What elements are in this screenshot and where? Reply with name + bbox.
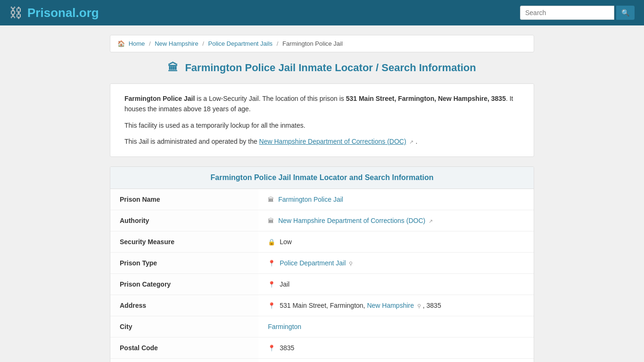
address-icon: 📍 xyxy=(268,302,275,309)
logo-area: ⛓ Prisonal.org xyxy=(9,5,99,21)
desc-admin-after: . xyxy=(415,138,417,145)
table-row: City Farmington xyxy=(110,316,534,337)
section-header: Farmington Police Jail Inmate Locator an… xyxy=(110,167,534,189)
value-prison-type: 📍 Police Department Jail ⚲ xyxy=(258,252,534,273)
content-wrapper: 🏠 Home / New Hampshire / Police Departme… xyxy=(110,25,534,362)
label-prison-category: Prison Category xyxy=(110,273,258,295)
ext-link-icon-authority: ↗ xyxy=(429,218,433,224)
label-security: Security Measure xyxy=(110,231,258,252)
breadcrumb-current: Farmington Police Jail xyxy=(282,40,343,47)
label-prison-type: Prison Type xyxy=(110,252,258,273)
breadcrumb: 🏠 Home / New Hampshire / Police Departme… xyxy=(110,35,534,52)
prison-name-icon: 🏛 xyxy=(268,196,274,203)
authority-link[interactable]: New Hampshire Department of Corrections … xyxy=(278,217,425,224)
breadcrumb-category[interactable]: Police Department Jails xyxy=(208,40,273,47)
prison-icon: 🏛 xyxy=(168,62,178,74)
label-city: City xyxy=(110,316,258,337)
value-prison-category: 📍 Jail xyxy=(258,273,534,295)
home-icon: 🏠 xyxy=(117,40,125,47)
security-value: Low xyxy=(280,238,292,246)
search-input[interactable] xyxy=(520,6,614,20)
value-security: 🔒 Low xyxy=(258,231,534,252)
breadcrumb-sep-1: / xyxy=(149,40,151,47)
logo-text: Prisonal.org xyxy=(27,6,99,20)
prison-name-link[interactable]: Farmington Police Jail xyxy=(278,196,343,203)
table-row: Prison Type 📍 Police Department Jail ⚲ xyxy=(110,252,534,273)
table-row: Security Measure 🔒 Low xyxy=(110,231,534,252)
value-postal: 📍 3835 xyxy=(258,337,534,358)
postal-icon: 📍 xyxy=(268,345,275,352)
search-icon: 🔍 xyxy=(621,9,629,16)
location-icon: 📍 xyxy=(268,260,275,267)
logo-tld: .org xyxy=(76,6,99,20)
ext-link-icon-address: ⚲ xyxy=(417,303,421,309)
prison-name-bold: Farmington Police Jail xyxy=(124,95,195,102)
desc-facility: This facility is used as a temporarily l… xyxy=(124,120,520,131)
address-street: 531 Main Street, Farmington, xyxy=(280,302,367,309)
page-title-container: 🏛 Farmington Police Jail Inmate Locator … xyxy=(110,62,534,74)
breadcrumb-home[interactable]: Home xyxy=(129,40,145,47)
desc-intro: Farmington Police Jail is a Low-Security… xyxy=(124,93,520,115)
doc-link[interactable]: New Hampshire Department of Corrections … xyxy=(259,138,406,145)
address-state-link[interactable]: New Hampshire xyxy=(367,302,414,309)
authority-icon: 🏛 xyxy=(268,217,274,224)
page-title: 🏛 Farmington Police Jail Inmate Locator … xyxy=(110,62,534,74)
prison-type-link[interactable]: Police Department Jail xyxy=(280,259,346,267)
label-authority: Authority xyxy=(110,210,258,231)
label-postal: Postal Code xyxy=(110,337,258,358)
city-link[interactable]: Farmington xyxy=(268,323,301,330)
breadcrumb-sep-3: / xyxy=(277,40,279,47)
address-zip: , 3835 xyxy=(423,302,441,309)
value-address: 📍 531 Main Street, Farmington, New Hamps… xyxy=(258,295,534,316)
category-value: Jail xyxy=(280,280,289,288)
value-prison-name: 🏛 Farmington Police Jail xyxy=(258,189,534,210)
logo-icon: ⛓ xyxy=(9,5,23,21)
value-city: Farmington xyxy=(258,316,534,337)
section-header-title: Farmington Police Jail Inmate Locator an… xyxy=(211,173,434,181)
table-row: Prison Category 📍 Jail xyxy=(110,273,534,295)
info-table: Prison Name 🏛 Farmington Police Jail Aut… xyxy=(110,189,534,362)
category-icon: 📍 xyxy=(268,281,275,288)
logo-brand: Prisonal xyxy=(27,6,76,20)
breadcrumb-state[interactable]: New Hampshire xyxy=(155,40,198,47)
table-row: Prison Name 🏛 Farmington Police Jail xyxy=(110,189,534,210)
search-area: 🔍 xyxy=(520,6,635,20)
label-address: Address xyxy=(110,295,258,316)
address-bold: 531 Main Street, Farmington, New Hampshi… xyxy=(346,95,506,102)
desc-admin-before: This Jail is administrated and operated … xyxy=(124,138,259,145)
label-prison-name: Prison Name xyxy=(110,189,258,210)
lock-icon: 🔒 xyxy=(268,239,275,246)
ext-link-icon-type: ⚲ xyxy=(349,261,353,266)
value-authority: 🏛 New Hampshire Department of Correction… xyxy=(258,210,534,231)
ext-link-icon-desc: ↗ xyxy=(409,139,413,145)
search-button[interactable]: 🔍 xyxy=(616,6,635,20)
table-row: Authority 🏛 New Hampshire Department of … xyxy=(110,210,534,231)
postal-value: 3835 xyxy=(280,344,294,352)
desc-admin: This Jail is administrated and operated … xyxy=(124,136,520,147)
breadcrumb-sep-2: / xyxy=(202,40,204,47)
header: ⛓ Prisonal.org 🔍 xyxy=(0,0,644,25)
table-row: Postal Code 📍 3835 xyxy=(110,337,534,358)
table-row: County 🏴 Strafford County xyxy=(110,358,534,362)
table-row: Address 📍 531 Main Street, Farmington, N… xyxy=(110,295,534,316)
label-county: County xyxy=(110,358,258,362)
info-section: Farmington Police Jail Inmate Locator an… xyxy=(110,166,534,362)
description-block: Farmington Police Jail is a Low-Security… xyxy=(110,83,534,157)
value-county: 🏴 Strafford County xyxy=(258,358,534,362)
